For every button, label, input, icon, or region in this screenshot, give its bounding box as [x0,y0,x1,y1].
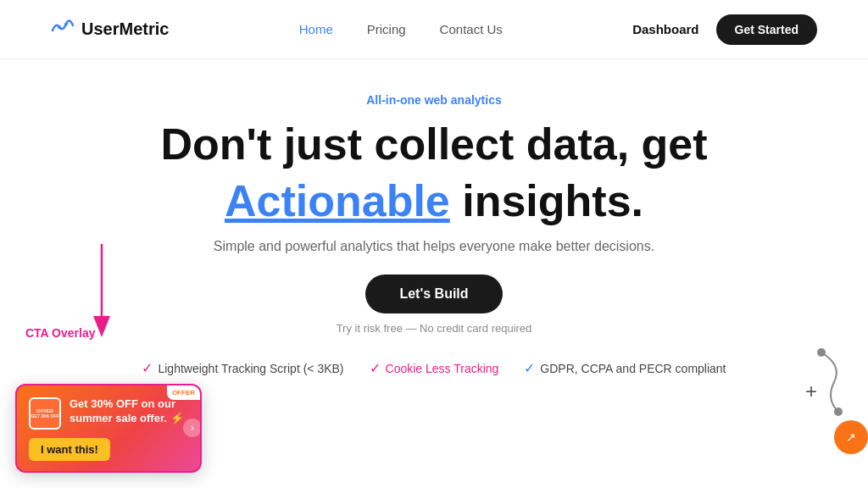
risk-free-text: Try it risk free — No credit card requir… [51,322,817,335]
cta-popup-text: Get 30% OFF on our summer sale offer. ⚡ [70,397,188,426]
hero-section: All-in-one web analytics Don't just coll… [0,59,868,402]
svg-point-5 [834,408,843,416]
svg-point-4 [817,348,826,357]
nav-links: Home Pricing Contact Us [299,22,503,36]
logo-text: UserMetric [81,19,169,39]
hero-title-highlight: Actionable [225,176,450,225]
feature-text-gdpr: GDPR, CCPA and PECR compliant [540,362,726,375]
orange-circle-decoration: ↗ [834,420,868,454]
offer-badge-text2: GET 30% OFF [31,414,58,419]
corner-badge: OFFER [167,385,200,400]
svg-point-1 [64,23,68,26]
feature-cookie-less: ✓ Cookie Less Tracking [370,360,499,376]
hero-subtitle: Simple and powerful analytics that helps… [51,239,817,254]
cta-main-text: Get 30% OFF on our summer sale offer. [70,397,175,424]
hero-title-rest: insights. [450,176,643,225]
svg-marker-3 [93,316,110,337]
lets-build-button[interactable]: Let's Build [365,274,502,313]
check-icon-cookie: ✓ [370,360,381,376]
features-row: ✓ Lightweight Tracking Script (< 3KB) ✓ … [51,352,817,385]
feature-tracking-script: ✓ Lightweight Tracking Script (< 3KB) [142,360,343,376]
curve-decoration [796,348,847,416]
nav-actions: Dashboard Get Started [632,14,817,45]
arrow-down-icon [89,244,114,346]
svg-point-0 [58,25,61,29]
check-icon-gdpr: ✓ [524,360,535,376]
cta-popup: OFFER GET 30% OFF Get 30% OFF on our sum… [15,384,202,473]
cta-overlay-label: CTA Overlay [25,326,95,340]
hero-title-line2: Actionable insights. [51,177,817,225]
cta-popup-inner: OFFER GET 30% OFF Get 30% OFF on our sum… [29,397,188,430]
cta-emoji: ⚡ [170,412,184,424]
i-want-button[interactable]: I want this! [29,438,110,461]
cta-next-button[interactable]: › [183,419,202,437]
navbar: UserMetric Home Pricing Contact Us Dashb… [0,0,868,59]
cta-offer-badge: OFFER GET 30% OFF [29,397,61,430]
dashboard-link[interactable]: Dashboard [632,22,698,36]
logo-icon [51,19,75,40]
feature-text-cookie: Cookie Less Tracking [386,362,499,375]
feature-text-tracking: Lightweight Tracking Script (< 3KB) [158,362,343,375]
nav-pricing[interactable]: Pricing [367,22,406,36]
logo: UserMetric [51,19,169,40]
check-icon-tracking: ✓ [142,360,153,376]
nav-contact[interactable]: Contact Us [440,22,503,36]
feature-gdpr: ✓ GDPR, CCPA and PECR compliant [524,360,726,376]
hero-title-line1: Don't just collect data, get [51,120,817,169]
get-started-button[interactable]: Get Started [716,14,817,45]
circle-icon: ↗ [846,430,856,444]
hero-badge: All-in-one web analytics [51,93,817,107]
nav-home[interactable]: Home [299,22,333,36]
